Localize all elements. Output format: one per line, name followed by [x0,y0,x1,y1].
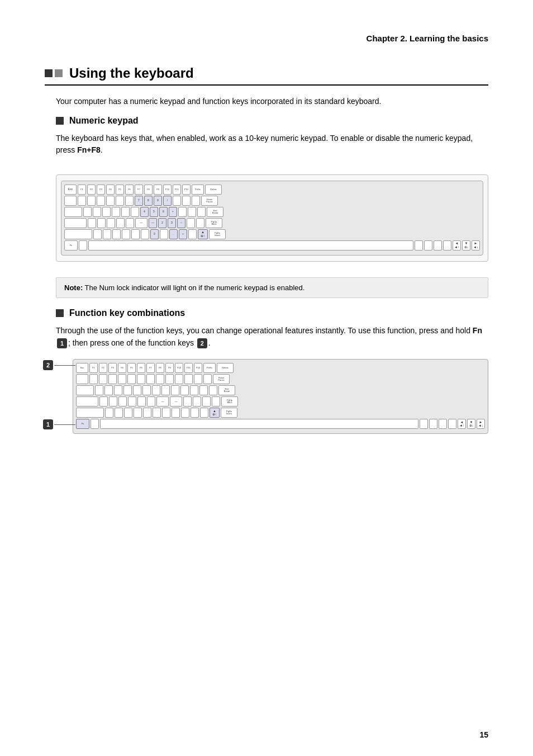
dk-u [152,385,160,395]
section-title-row: Using the keyboard [45,65,488,86]
dk-c [124,408,132,418]
subsection-title-text-2: Function key combinations [69,308,185,318]
dk-o [171,385,179,395]
dk-pgup: PgUpBkLk [221,396,238,407]
dk-alt [420,419,428,429]
dk-menu [439,419,447,429]
key-f6: F6 [125,185,134,195]
key-4: 4 [140,207,149,217]
key-delete: Delete [205,185,222,195]
dk-row-4: — — PgUpBkLk [76,396,485,407]
dk-fslash [191,408,199,418]
dk-lb [190,385,198,395]
fk-body3: . [208,338,211,347]
key-right: ►◄↓ [472,240,480,251]
keyboard-wrapper-2: 2 1 Esc F1 F2 F3 F4 F5 [73,359,488,434]
numeric-body-after: . [101,145,103,154]
dk-row-fn: Esc F1 F2 F3 F4 F5 F6 F7 F8 F9 F10 F11 F… [76,363,485,373]
chapter-header: Chapter 2. Learning the basics [45,34,488,43]
key-9: 9 [154,196,162,206]
dk-key-f1: F1 [89,363,98,373]
dk-tilde [76,374,88,384]
key-col5 [196,218,204,228]
key-f1: F1 [78,185,86,195]
key-f3: F3 [97,185,105,195]
key-b [131,229,140,239]
dk-key-prtsc: PrtSc [203,363,216,373]
page: Chapter 2. Learning the basics Using the… [0,0,533,756]
section-icons [45,69,63,77]
key-a [88,218,96,228]
note-label: Note: [64,284,83,292]
subsection-title-text: Numeric keypad [69,116,139,126]
dk-k: — [170,396,182,407]
keyboard-2: Esc F1 F2 F3 F4 F5 F6 F7 F8 F9 F10 F11 F… [73,359,488,434]
key-caps [64,218,87,228]
key-prtsc: PrtSc [192,185,204,195]
dk-1 [89,374,98,384]
key-menu [434,240,442,251]
dk-key-f3: F3 [108,363,117,373]
subsection-icon-2 [56,309,64,317]
dk-up: ▲⊕↑ [210,408,220,418]
dk-key-f5: F5 [127,363,136,373]
dk-key-f4: F4 [118,363,126,373]
dk-y [142,385,151,395]
callout-2: 2 [42,360,75,370]
key-8: 8 [144,196,153,206]
dk-shift-r [200,408,208,418]
callout-badge-2: 2 [43,360,53,370]
dk-shift-l [76,408,104,418]
dk-e [114,385,122,395]
dk-space [100,419,418,429]
dk-bs [209,385,217,395]
key-f5: F5 [116,185,124,195]
badge-2: 2 [197,338,207,348]
dk-key-delete: Delete [217,363,234,373]
note-box: Note: The Num lock indicator will light … [56,277,488,298]
dk-b [143,408,151,418]
dk-f [128,396,136,407]
dk-8 [156,374,164,384]
key-f12: F12 [182,185,191,195]
dk-m [162,408,170,418]
key-row-fn: Esc F1 F2 F3 F4 F5 F6 F7 F8 F9 F10 F11 F… [64,185,480,195]
dk-key-f8: F8 [156,363,164,373]
key-end: EndBreak [207,207,223,217]
key-t [121,207,130,217]
key-num1: — [149,218,157,228]
key-home: HomePause [201,196,218,206]
key-shift-l [64,229,92,239]
key-f8: F8 [144,185,153,195]
dk-v [134,408,142,418]
subsection-numeric-keypad: Numeric keypad [56,116,488,126]
dk-key-f2: F2 [99,363,107,373]
dk-win [429,419,437,429]
key-g [126,218,134,228]
key-q [83,207,92,217]
fn-bold: Fn [473,326,482,335]
key-f11: F11 [173,185,181,195]
key-c [112,229,121,239]
key-rb3 [197,207,206,217]
key-row-3: 4 5 6 • EndBreak [64,207,480,217]
dk-left: ◄◄↑ [458,419,466,429]
dk-5 [127,374,136,384]
dk-row-3: EndBreak [76,385,485,395]
dk-j: — [156,396,169,407]
key-7: 7 [135,196,143,206]
dk-6 [137,374,145,384]
dk-w [104,385,113,395]
key-left: ◄◄↑ [453,240,461,251]
section-icon-light [55,69,63,77]
numeric-body-text: The keyboard has keys that, when enabled… [56,134,473,155]
dk-period [181,408,189,418]
dk-3 [108,374,117,384]
dk-9 [165,374,174,384]
key-fn-bottom: Fn [64,240,78,251]
key-2 [87,196,96,206]
key-6 [125,196,134,206]
dk-2 [99,374,107,384]
key-dot: • [169,207,177,217]
key-rb2 [188,207,196,217]
